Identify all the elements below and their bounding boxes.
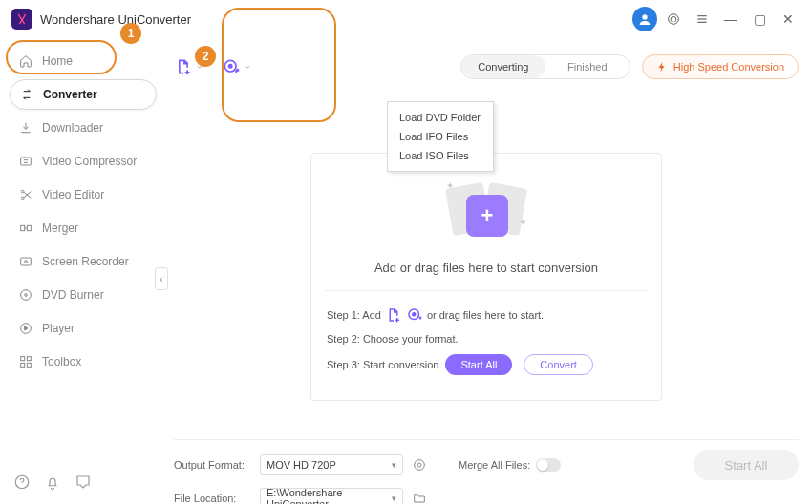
svg-point-11 [25, 261, 28, 263]
sidebar-item-toolbox[interactable]: Toolbox [10, 346, 157, 377]
sidebar-item-label: DVD Burner [42, 288, 104, 302]
help-icon[interactable] [13, 473, 31, 491]
merge-toggle[interactable] [536, 458, 561, 472]
toolbox-icon [17, 353, 34, 370]
sidebar-item-downloader[interactable]: Downloader [10, 113, 157, 143]
dropzone-text: Add or drag files here to start conversi… [327, 261, 646, 275]
svg-point-13 [25, 294, 28, 297]
svg-rect-9 [27, 225, 31, 230]
annotation-ring-1 [6, 40, 117, 74]
chevron-down-icon: ▾ [392, 460, 396, 470]
output-format-select[interactable]: MOV HD 720P ▾ [260, 454, 403, 475]
divider [325, 290, 648, 291]
dropzone-card[interactable]: + ✦ ✦ Add or drag files here to start co… [310, 153, 662, 401]
output-format-label: Output Format: [174, 459, 260, 471]
svg-point-1 [669, 14, 679, 25]
dropdown-item-ifo[interactable]: Load IFO Files [388, 127, 493, 146]
sidebar-item-label: Video Compressor [42, 155, 137, 168]
user-avatar-button[interactable] [632, 7, 657, 32]
merge-icon [17, 220, 34, 237]
sidebar-item-label: Downloader [42, 121, 103, 135]
converter-icon [18, 86, 35, 103]
dropzone-illustration: + ✦ ✦ [327, 175, 646, 251]
step1-prefix: Step 1: Add [327, 309, 381, 321]
svg-rect-8 [21, 225, 25, 230]
svg-rect-17 [21, 363, 25, 367]
merge-label: Merge All Files: [459, 459, 530, 471]
svg-rect-15 [21, 357, 25, 361]
tab-segment: Converting Finished [460, 54, 630, 79]
app-logo [11, 9, 32, 30]
svg-point-24 [415, 460, 425, 471]
sidebar-item-label: Converter [43, 88, 97, 101]
sidebar-footer [13, 473, 92, 491]
add-file-mini-icon[interactable] [385, 306, 402, 324]
bottom-bar: Output Format: MOV HD 720P ▾ Merge All F… [174, 439, 799, 504]
svg-point-12 [21, 290, 32, 301]
svg-point-0 [642, 14, 647, 19]
sidebar-item-editor[interactable]: Video Editor [10, 179, 157, 210]
sidebar-item-recorder[interactable]: Screen Recorder [10, 246, 157, 277]
sidebar-item-label: Toolbox [42, 355, 81, 368]
compress-icon [17, 153, 34, 170]
svg-rect-16 [27, 357, 31, 361]
support-icon[interactable] [661, 7, 686, 32]
window-close[interactable]: ✕ [776, 7, 801, 32]
plus-icon: + [466, 195, 508, 237]
scissors-icon [17, 186, 34, 203]
convert-pill[interactable]: Convert [524, 354, 593, 375]
sidebar-item-label: Player [42, 322, 75, 335]
high-speed-button[interactable]: High Speed Conversion [642, 54, 799, 79]
file-location-label: File Location: [174, 493, 260, 504]
svg-point-6 [21, 190, 24, 193]
sidebar-item-label: Screen Recorder [42, 255, 129, 268]
file-location-value: E:\Wondershare UniConverter [267, 487, 392, 504]
sidebar-item-player[interactable]: Player [10, 313, 157, 344]
open-folder-icon[interactable] [409, 488, 430, 504]
dropdown-item-dvd-folder[interactable]: Load DVD Folder [388, 108, 493, 127]
recorder-icon [17, 253, 34, 270]
sidebar-item-dvd[interactable]: DVD Burner [10, 280, 157, 310]
svg-rect-5 [21, 158, 32, 165]
bell-icon[interactable] [44, 473, 61, 491]
download-icon [17, 119, 34, 136]
disc-load-dropdown: Load DVD Folder Load IFO Files Load ISO … [387, 101, 494, 172]
file-location-select[interactable]: E:\Wondershare UniConverter ▾ [260, 488, 403, 504]
dropdown-item-iso[interactable]: Load ISO Files [388, 146, 493, 165]
disc-icon [17, 286, 34, 304]
add-disc-mini-icon[interactable] [406, 306, 423, 324]
annotation-badge-1: 1 [120, 23, 141, 44]
svg-rect-18 [27, 363, 31, 367]
svg-point-7 [21, 197, 24, 200]
app-title: Wondershare UniConverter [40, 12, 191, 27]
window-maximize[interactable]: ▢ [747, 7, 772, 32]
step3-text: Step 3: Start conversion. [327, 359, 441, 370]
output-settings-icon[interactable] [409, 454, 430, 475]
window-minimize[interactable]: — [718, 7, 743, 32]
tab-finished[interactable]: Finished [545, 55, 630, 78]
sidebar-item-compressor[interactable]: Video Compressor [10, 146, 157, 177]
high-speed-label: High Speed Conversion [673, 61, 784, 73]
svg-point-25 [417, 463, 421, 467]
svg-point-23 [413, 313, 416, 316]
feedback-icon[interactable] [75, 473, 92, 491]
step-3: Step 3: Start conversion. Start All Conv… [327, 354, 646, 375]
sidebar-item-merger[interactable]: Merger [10, 213, 157, 243]
sidebar-item-converter[interactable]: Converter [10, 79, 157, 110]
svg-rect-10 [21, 258, 32, 265]
step-2: Step 2: Choose your format. [327, 333, 646, 345]
sidebar: Home Converter Downloader Video Compress… [0, 38, 160, 504]
step-1: Step 1: Add or drag files here to start. [327, 306, 646, 324]
output-format-value: MOV HD 720P [267, 459, 336, 471]
step1-suffix: or drag files here to start. [427, 309, 544, 321]
start-all-pill[interactable]: Start All [445, 354, 512, 375]
menu-icon[interactable] [690, 7, 715, 32]
annotation-ring-2 [222, 8, 336, 122]
annotation-badge-2: 2 [195, 46, 216, 67]
sidebar-item-label: Video Editor [42, 188, 104, 201]
play-icon [17, 320, 34, 337]
tab-converting[interactable]: Converting [461, 55, 545, 78]
chevron-down-icon: ▾ [392, 494, 396, 503]
sidebar-item-label: Merger [42, 221, 78, 235]
start-all-button[interactable]: Start All [694, 450, 799, 480]
